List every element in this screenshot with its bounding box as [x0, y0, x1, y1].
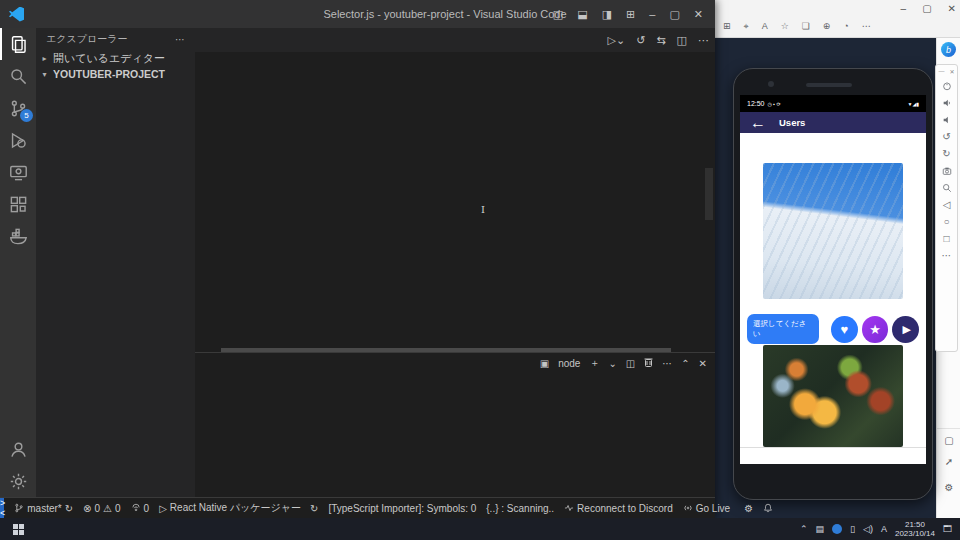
new-terminal-button[interactable]: ＋ — [589, 356, 599, 370]
history-icon[interactable]: ↺ — [636, 34, 645, 47]
browser-close-button[interactable]: ✕ — [948, 3, 956, 14]
emulator-home-button[interactable]: ○ — [936, 213, 957, 230]
text-cursor-pointer: I — [481, 204, 485, 215]
tray-device-icon[interactable]: ▯ — [850, 524, 855, 534]
heart-button[interactable]: ♥ — [831, 316, 858, 343]
browser-maximize-button[interactable]: ▢ — [922, 3, 931, 14]
android-status-icons-right: ▼◢▮ — [907, 101, 919, 107]
panel-more-icon[interactable]: ⋯ — [662, 358, 672, 369]
scm-badge: 5 — [20, 109, 33, 122]
shell-label[interactable]: node — [558, 358, 580, 369]
panel-maximize-icon[interactable]: ⌃ — [681, 358, 689, 369]
emulator-power-button[interactable] — [936, 77, 957, 94]
emulator-overview-button[interactable]: □ — [936, 230, 957, 247]
browser-zoom-icon[interactable]: ⌖ — [744, 21, 749, 32]
explorer-more-icon[interactable]: ⋯ — [175, 34, 185, 45]
activity-remote-explorer-icon[interactable] — [0, 156, 36, 188]
project-root[interactable]: ▾YOUTUBER-PROJECT — [36, 66, 195, 82]
browser-collections-icon[interactable]: ⊞ — [723, 21, 731, 32]
emulator-minimize-button[interactable]: — — [938, 68, 944, 75]
layout-sidebar-icon[interactable]: ◫ — [553, 8, 563, 21]
star-button[interactable]: ★ — [862, 316, 889, 343]
emulator-back-button[interactable]: ◁ — [936, 196, 957, 213]
code-editor[interactable]: I — [195, 68, 715, 348]
kill-terminal-icon[interactable] — [644, 357, 653, 369]
discord-status[interactable]: Reconnect to Discord — [564, 503, 673, 514]
ports-status[interactable]: 0 — [131, 503, 150, 514]
editor-more-icon[interactable]: ⋯ — [698, 34, 709, 47]
emulator-zoom-button[interactable] — [936, 179, 957, 196]
browser-sidebar-icon[interactable]: ❏ — [802, 21, 810, 32]
emulator-screenshot-button[interactable] — [936, 162, 957, 179]
emulator-close-button[interactable]: ✕ — [949, 68, 954, 75]
layout-panel-icon[interactable]: ⬓ — [577, 8, 587, 21]
editor-scrollbar[interactable] — [705, 168, 713, 220]
app-title: Users — [779, 117, 805, 128]
emulator-more-button[interactable]: ⋯ — [936, 247, 957, 264]
breadcrumb[interactable] — [195, 52, 715, 68]
open-editors-section[interactable]: ▸開いているエディター — [36, 50, 195, 66]
emulator-rotate-right-button[interactable]: ↻ — [936, 145, 957, 162]
browser-favorite-icon[interactable]: ☆ — [781, 21, 789, 32]
run-file-button[interactable]: ▷⌄ — [607, 34, 625, 47]
phone-screen: 12:50 ◷ ▪ ⟳ ▼◢▮ ← Users 選択してください ♥ ★ ▶ ◀… — [740, 95, 926, 464]
split-terminal-icon[interactable]: ◫ — [626, 358, 635, 369]
start-button[interactable] — [0, 518, 36, 540]
tray-ime-indicator[interactable]: A — [881, 524, 887, 534]
activity-debug-icon[interactable] — [0, 124, 36, 156]
split-editor-icon[interactable]: ◫ — [677, 34, 687, 47]
feedback-icon[interactable]: ⚙ — [744, 503, 753, 514]
activity-search-icon[interactable] — [0, 60, 36, 92]
activity-settings-icon[interactable] — [0, 465, 36, 497]
emulator-rotate-left-button[interactable]: ↺ — [936, 128, 957, 145]
git-branch-status[interactable]: master*↻ — [14, 503, 73, 514]
typescript-importer-status[interactable]: [TypeScript Importer]: Symbols: 0 — [328, 503, 476, 514]
bing-chat-icon[interactable]: b — [941, 42, 956, 57]
browser-minimize-button[interactable]: – — [901, 3, 907, 14]
emulator-volume-down-button[interactable] — [936, 111, 957, 128]
select-button[interactable]: 選択してください — [747, 314, 819, 344]
activity-docker-icon[interactable] — [0, 220, 36, 252]
tray-network-icon[interactable]: ▤ — [816, 524, 825, 534]
tray-chevron-icon[interactable]: ⌃ — [800, 524, 808, 534]
remote-indicator[interactable]: >< — [0, 498, 4, 519]
layout-customize-icon[interactable]: ⊞ — [626, 8, 635, 21]
layout-secondary-icon[interactable]: ◨ — [602, 8, 612, 21]
tray-clock[interactable]: 21:50 2023/10/14 — [895, 520, 935, 538]
vscode-logo-icon — [9, 7, 24, 22]
activity-account-icon[interactable] — [0, 433, 36, 465]
snow-mountain-image[interactable] — [763, 163, 903, 299]
sidebar-window-icon[interactable]: ▢ — [937, 428, 960, 446]
react-native-packager[interactable]: ▷React Native パッケージャー↻ — [159, 501, 318, 515]
browser-profile-icon[interactable]: ◔ — [843, 21, 848, 32]
window-minimize-button[interactable]: – — [649, 8, 655, 20]
play-button[interactable]: ▶ — [892, 316, 919, 343]
activity-extensions-icon[interactable] — [0, 188, 36, 220]
panel-close-icon[interactable]: ✕ — [699, 358, 707, 369]
emulator-volume-up-button[interactable] — [936, 94, 957, 111]
compare-changes-icon[interactable]: ⇆ — [656, 34, 665, 47]
back-arrow-icon[interactable]: ← — [750, 114, 766, 132]
notifications-bell-icon[interactable] — [763, 503, 773, 513]
action-center-icon[interactable]: 🗔 — [943, 524, 952, 534]
problems-status[interactable]: ⊗0⚠0 — [83, 503, 120, 514]
browser-readaloud-icon[interactable]: A — [762, 21, 768, 32]
browser-more-icon[interactable]: ⋯ — [862, 21, 871, 32]
activity-explorer-icon[interactable] — [0, 28, 36, 60]
phone-speaker — [806, 83, 852, 87]
sidebar-settings-icon[interactable]: ⚙ — [937, 482, 960, 493]
android-clock: 12:50 — [747, 100, 765, 107]
go-live-status[interactable]: Go Live — [683, 503, 730, 514]
terminal-output — [195, 373, 715, 379]
window-maximize-button[interactable]: ▢ — [669, 8, 679, 21]
activity-source-control-icon[interactable]: 5 — [0, 92, 36, 124]
scanning-status[interactable]: {..} : Scanning.. — [486, 503, 554, 514]
sidebar-external-icon[interactable]: ➚ — [937, 456, 960, 467]
tray-volume-icon[interactable]: ◁) — [863, 524, 873, 534]
terminal-dropdown-icon[interactable]: ⌄ — [608, 358, 616, 369]
window-close-button[interactable]: ✕ — [694, 8, 703, 21]
tray-app-icon[interactable] — [832, 524, 842, 534]
flower-image[interactable] — [763, 345, 903, 447]
vscode-window: Selector.js - youtuber-project - Visual … — [0, 0, 715, 518]
browser-extensions-icon[interactable]: ⊕ — [823, 21, 831, 32]
